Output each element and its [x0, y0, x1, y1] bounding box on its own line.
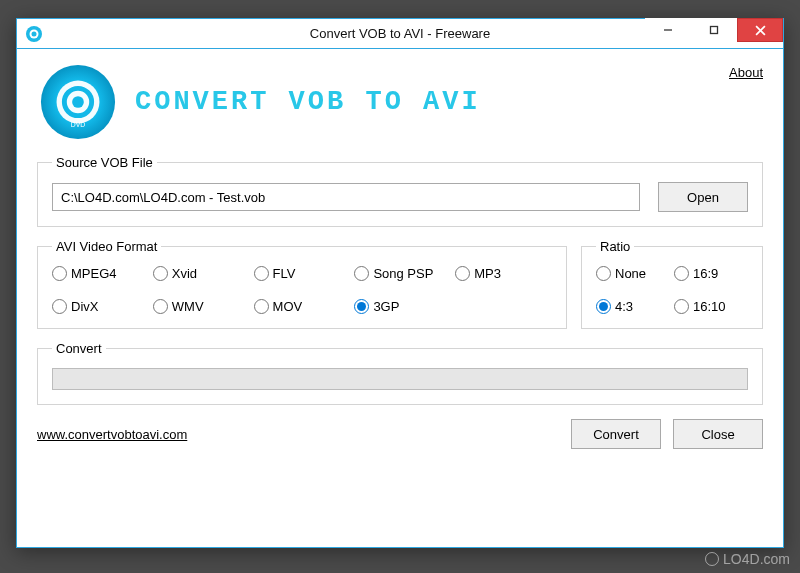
format-option-song-psp[interactable]: Song PSP [354, 266, 451, 281]
format-label: Song PSP [373, 266, 433, 281]
format-option-wmv[interactable]: WMV [153, 299, 250, 314]
ratio-legend: Ratio [596, 239, 634, 254]
format-label: DivX [71, 299, 98, 314]
ratio-radio[interactable] [674, 299, 689, 314]
close-button[interactable] [737, 18, 783, 42]
svg-rect-4 [711, 27, 718, 34]
format-option-xvid[interactable]: Xvid [153, 266, 250, 281]
format-radio[interactable] [254, 266, 269, 281]
format-radio[interactable] [254, 299, 269, 314]
ratio-label: 16:9 [693, 266, 718, 281]
app-title: Convert VOB to AVI [135, 87, 481, 117]
client-area: DVD Convert VOB to AVI About Source VOB … [17, 49, 783, 463]
ratio-label: 16:10 [693, 299, 726, 314]
convert-fieldset: Convert [37, 341, 763, 405]
ratio-label: 4:3 [615, 299, 633, 314]
source-file-input[interactable] [52, 183, 640, 211]
format-radio[interactable] [153, 266, 168, 281]
ratio-option-4-3[interactable]: 4:3 [596, 299, 670, 314]
format-label: MOV [273, 299, 303, 314]
svg-point-2 [32, 31, 37, 36]
app-logo: DVD [37, 61, 119, 143]
ratio-option-none[interactable]: None [596, 266, 670, 281]
format-label: 3GP [373, 299, 399, 314]
app-window: Convert VOB to AVI - Freeware [16, 18, 784, 548]
format-radio[interactable] [52, 266, 67, 281]
ratio-label: None [615, 266, 646, 281]
svg-text:DVD: DVD [71, 121, 85, 128]
ratio-radio[interactable] [596, 299, 611, 314]
ratio-option-16-9[interactable]: 16:9 [674, 266, 748, 281]
format-label: MP3 [474, 266, 501, 281]
format-option-flv[interactable]: FLV [254, 266, 351, 281]
format-option-divx[interactable]: DivX [52, 299, 149, 314]
ratio-options: None16:94:316:10 [596, 266, 748, 314]
format-options: MPEG4XvidFLVSong PSPMP3DivXWMVMOV3GP [52, 266, 552, 314]
convert-legend: Convert [52, 341, 106, 356]
header-row: DVD Convert VOB to AVI About [37, 61, 763, 143]
close-app-button[interactable]: Close [673, 419, 763, 449]
ratio-option-16-10[interactable]: 16:10 [674, 299, 748, 314]
about-link[interactable]: About [729, 65, 763, 80]
convert-button[interactable]: Convert [571, 419, 661, 449]
format-label: WMV [172, 299, 204, 314]
minimize-button[interactable] [645, 18, 691, 42]
footer-row: www.convertvobtoavi.com Convert Close [37, 419, 763, 449]
app-icon [25, 25, 43, 43]
open-button[interactable]: Open [658, 182, 748, 212]
titlebar: Convert VOB to AVI - Freeware [17, 19, 783, 49]
progress-bar [52, 368, 748, 390]
format-label: FLV [273, 266, 296, 281]
ratio-radio[interactable] [674, 266, 689, 281]
window-controls [645, 19, 783, 48]
format-label: Xvid [172, 266, 197, 281]
format-radio[interactable] [455, 266, 470, 281]
site-link[interactable]: www.convertvobtoavi.com [37, 427, 187, 442]
ratio-fieldset: Ratio None16:94:316:10 [581, 239, 763, 329]
watermark-text: LO4D.com [723, 551, 790, 567]
watermark: LO4D.com [705, 551, 790, 567]
format-option-mpeg4[interactable]: MPEG4 [52, 266, 149, 281]
format-legend: AVI Video Format [52, 239, 161, 254]
ratio-radio[interactable] [596, 266, 611, 281]
format-option-mp3[interactable]: MP3 [455, 266, 552, 281]
maximize-button[interactable] [691, 18, 737, 42]
svg-point-10 [72, 96, 84, 108]
source-fieldset: Source VOB File Open [37, 155, 763, 227]
format-label: MPEG4 [71, 266, 117, 281]
source-legend: Source VOB File [52, 155, 157, 170]
format-fieldset: AVI Video Format MPEG4XvidFLVSong PSPMP3… [37, 239, 567, 329]
format-radio[interactable] [52, 299, 67, 314]
format-option-mov[interactable]: MOV [254, 299, 351, 314]
format-radio[interactable] [354, 266, 369, 281]
format-radio[interactable] [153, 299, 168, 314]
watermark-icon [705, 552, 719, 566]
format-option-3gp[interactable]: 3GP [354, 299, 451, 314]
format-radio[interactable] [354, 299, 369, 314]
